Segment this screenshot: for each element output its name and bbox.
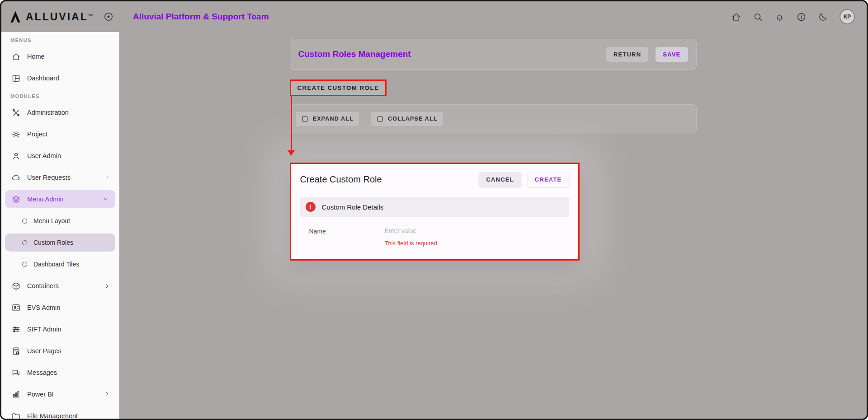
- expand-all-label: EXPAND ALL: [313, 116, 354, 122]
- document-icon: [11, 346, 21, 356]
- sidebar-item-label: Menu Admin: [27, 196, 64, 203]
- sidebar-item-containers[interactable]: Containers: [1, 275, 119, 297]
- sidebar-subitem-label: Dashboard Tiles: [33, 261, 79, 268]
- field-error-message: This field is required: [385, 240, 569, 247]
- top-header: ALLUVIALTM Alluvial Platform & Support T…: [1, 1, 867, 32]
- sidebar-item-messages[interactable]: Messages: [1, 362, 119, 383]
- radio-bullet-icon: [22, 219, 27, 224]
- sidebar-item-label: EVS Admin: [27, 304, 60, 311]
- sidebar-toggle-icon[interactable]: [103, 11, 114, 22]
- sidebar-item-file-management[interactable]: File Management: [1, 405, 119, 419]
- annotation-rect-create-button: CREATE CUSTOM ROLE: [290, 79, 387, 96]
- brand-name: ALLUVIALTM: [26, 11, 93, 23]
- cancel-button[interactable]: CANCEL: [479, 172, 521, 187]
- sidebar-item-user-admin[interactable]: User Admin: [1, 145, 119, 167]
- page-actions: RETURN SAVE: [606, 47, 688, 62]
- chevron-right-icon: [104, 391, 111, 398]
- avatar[interactable]: KP: [840, 9, 855, 24]
- sidebar-item-label: File Management: [27, 412, 78, 419]
- section-label-menus: MENUS: [10, 37, 119, 44]
- alert-icon: !: [306, 202, 316, 212]
- custom-role-details-section[interactable]: ! Custom Role Details: [300, 197, 569, 217]
- cloud-icon: [11, 173, 21, 182]
- dashboard-icon: [11, 74, 21, 83]
- name-input[interactable]: [385, 227, 560, 234]
- name-field-label: Name: [309, 227, 385, 247]
- sidebar-item-label: Containers: [27, 282, 59, 289]
- return-button[interactable]: RETURN: [606, 47, 648, 62]
- page-header-card: Custom Roles Management RETURN SAVE: [290, 39, 697, 70]
- collapse-all-button[interactable]: COLLAPSE ALL: [371, 112, 443, 126]
- plus-square-icon: [301, 115, 309, 123]
- save-button[interactable]: SAVE: [656, 47, 688, 62]
- alluvial-logo-icon: [9, 10, 22, 23]
- chat-icon: [11, 368, 21, 378]
- sidebar-item-sift-admin[interactable]: SIFT Admin: [1, 318, 119, 340]
- sidebar-item-label: User Requests: [27, 174, 71, 181]
- sidebar-item-administration[interactable]: Administration: [1, 102, 119, 123]
- sidebar: MENUS Home Dashboard MODULES Administrat…: [1, 32, 119, 419]
- modal-header: Create Custom Role CANCEL CREATE: [291, 164, 578, 193]
- sidebar-item-home[interactable]: Home: [1, 46, 119, 67]
- sidebar-subitem-custom-roles[interactable]: Custom Roles: [5, 233, 115, 252]
- modal-actions: CANCEL CREATE: [479, 172, 569, 187]
- sidebar-item-power-bi[interactable]: Power BI: [1, 383, 119, 405]
- info-icon[interactable]: [796, 12, 807, 22]
- folder-icon: [11, 411, 21, 419]
- user-icon: [11, 151, 21, 161]
- sidebar-item-label: Dashboard: [27, 75, 59, 82]
- sidebar-subitem-menu-layout[interactable]: Menu Layout: [1, 210, 119, 232]
- section-title: Custom Role Details: [322, 203, 384, 211]
- modal-title: Create Custom Role: [300, 174, 382, 185]
- sidebar-item-project[interactable]: Project: [1, 123, 119, 145]
- sidebar-subitem-label: Menu Layout: [33, 217, 70, 224]
- create-custom-role-modal: Create Custom Role CANCEL CREATE ! Custo…: [291, 164, 578, 259]
- name-field-row: Name This field is required: [291, 217, 578, 259]
- home-icon: [11, 52, 21, 61]
- radio-bullet-icon: [22, 240, 27, 245]
- main-content: Custom Roles Management RETURN SAVE CREA…: [119, 32, 867, 419]
- section-label-modules: MODULES: [10, 93, 119, 100]
- chevron-right-icon: [104, 174, 111, 181]
- sidebar-item-menu-admin[interactable]: Menu Admin: [5, 190, 115, 208]
- create-button[interactable]: CREATE: [528, 172, 569, 187]
- create-custom-role-button[interactable]: CREATE CUSTOM ROLE: [291, 81, 386, 95]
- gear-icon: [11, 130, 21, 139]
- page-title: Custom Roles Management: [298, 49, 411, 59]
- sidebar-item-user-requests[interactable]: User Requests: [1, 167, 119, 188]
- sidebar-item-label: User Admin: [27, 152, 61, 159]
- layers-icon: [11, 195, 21, 204]
- app-window: ALLUVIALTM Alluvial Platform & Support T…: [0, 0, 868, 420]
- collapse-all-label: COLLAPSE ALL: [388, 116, 438, 122]
- radio-bullet-icon: [22, 262, 27, 267]
- sidebar-item-label: Home: [27, 53, 45, 60]
- bell-icon[interactable]: [774, 12, 785, 22]
- brand-tm: TM: [88, 13, 94, 17]
- sidebar-item-label: Administration: [27, 109, 69, 116]
- sidebar-subitem-dashboard-tiles[interactable]: Dashboard Tiles: [1, 253, 119, 275]
- minus-square-icon: [376, 115, 384, 123]
- sliders-icon: [11, 325, 21, 334]
- search-icon[interactable]: [753, 12, 763, 22]
- sidebar-item-user-pages[interactable]: User Pages: [1, 340, 119, 362]
- chevron-down-icon: [103, 196, 110, 203]
- sidebar-item-dashboard[interactable]: Dashboard: [1, 67, 119, 89]
- tools-icon: [11, 108, 21, 117]
- sidebar-item-label: Project: [27, 131, 47, 138]
- sidebar-item-label: Power BI: [27, 391, 54, 398]
- moon-icon[interactable]: [818, 12, 828, 22]
- chevron-right-icon: [104, 282, 111, 289]
- header-actions: KP: [731, 9, 867, 24]
- annotation-rect-modal: Create Custom Role CANCEL CREATE ! Custo…: [290, 163, 580, 261]
- sidebar-item-evs-admin[interactable]: EVS Admin: [1, 297, 119, 318]
- sidebar-item-label: Messages: [27, 369, 57, 376]
- annotation-arrow: [291, 96, 292, 154]
- badge-icon: [11, 303, 21, 313]
- team-title: Alluvial Platform & Support Team: [133, 12, 269, 22]
- sidebar-item-label: User Pages: [27, 347, 61, 355]
- chart-icon: [11, 390, 21, 399]
- sidebar-subitem-label: Custom Roles: [33, 239, 73, 246]
- home-icon[interactable]: [731, 12, 741, 22]
- sidebar-item-label: SIFT Admin: [27, 326, 61, 333]
- expand-all-button[interactable]: EXPAND ALL: [296, 112, 359, 126]
